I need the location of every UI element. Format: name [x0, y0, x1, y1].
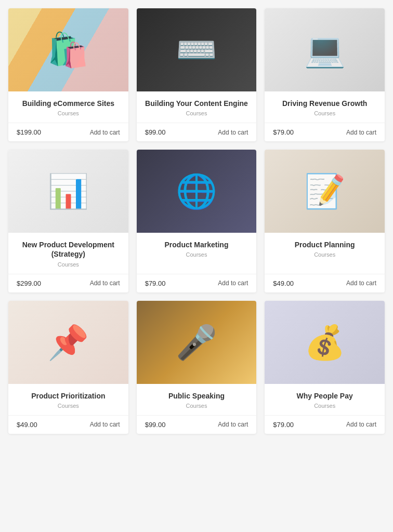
product-price-revenue-growth: $79.00 [273, 128, 294, 136]
product-card-product-planning: Product Planning Courses $49.00 Add to c… [265, 150, 385, 292]
product-title-product-prioritization: Product Prioritization [17, 391, 120, 401]
card-footer-public-speaking: $99.00 Add to cart [137, 415, 257, 434]
product-image-ecommerce-sites [8, 8, 128, 91]
product-card-ecommerce-sites: Building eCommerce Sites Courses $199.00… [8, 8, 128, 141]
card-body-ecommerce-sites: Building eCommerce Sites Courses [8, 91, 128, 123]
card-body-public-speaking: Public Speaking Courses [137, 384, 257, 415]
product-price-ecommerce-sites: $199.00 [17, 128, 41, 136]
product-card-product-marketing: Product Marketing Courses $79.00 Add to … [137, 150, 257, 292]
card-footer-content-engine: $99.00 Add to cart [137, 123, 257, 141]
card-footer-product-planning: $49.00 Add to cart [265, 274, 385, 292]
add-to-cart-button-revenue-growth[interactable]: Add to cart [346, 129, 376, 136]
product-category-public-speaking: Courses [145, 403, 248, 409]
product-image-public-speaking [137, 301, 257, 384]
product-image-why-people-pay [265, 301, 385, 384]
product-title-new-product-development: New Product Development (Strategy) [17, 240, 120, 259]
card-footer-product-marketing: $79.00 Add to cart [137, 274, 257, 292]
card-footer-ecommerce-sites: $199.00 Add to cart [8, 123, 128, 141]
product-price-product-prioritization: $49.00 [17, 421, 37, 429]
product-title-why-people-pay: Why People Pay [273, 391, 376, 401]
product-card-why-people-pay: Why People Pay Courses $79.00 Add to car… [265, 301, 385, 434]
product-category-product-prioritization: Courses [17, 403, 120, 409]
card-footer-why-people-pay: $79.00 Add to cart [265, 415, 385, 434]
product-title-product-marketing: Product Marketing [145, 240, 248, 249]
product-card-new-product-development: New Product Development (Strategy) Cours… [8, 150, 128, 292]
card-body-product-marketing: Product Marketing Courses [137, 233, 257, 273]
product-price-public-speaking: $99.00 [145, 421, 166, 429]
product-category-ecommerce-sites: Courses [17, 110, 120, 116]
product-price-content-engine: $99.00 [145, 128, 166, 136]
add-to-cart-button-product-prioritization[interactable]: Add to cart [90, 421, 120, 428]
product-image-product-marketing [137, 150, 257, 233]
product-grid: Building eCommerce Sites Courses $199.00… [0, 0, 393, 442]
card-footer-product-prioritization: $49.00 Add to cart [8, 415, 128, 434]
product-card-content-engine: Building Your Content Engine Courses $99… [137, 8, 257, 141]
product-image-revenue-growth [265, 8, 385, 91]
product-title-product-planning: Product Planning [273, 240, 376, 249]
card-body-product-prioritization: Product Prioritization Courses [8, 384, 128, 415]
product-category-revenue-growth: Courses [273, 110, 376, 116]
add-to-cart-button-product-marketing[interactable]: Add to cart [218, 280, 248, 287]
card-body-why-people-pay: Why People Pay Courses [265, 384, 385, 415]
product-price-product-planning: $49.00 [273, 280, 294, 287]
add-to-cart-button-public-speaking[interactable]: Add to cart [218, 421, 248, 428]
product-title-content-engine: Building Your Content Engine [145, 99, 248, 108]
add-to-cart-button-ecommerce-sites[interactable]: Add to cart [90, 129, 120, 136]
product-card-public-speaking: Public Speaking Courses $99.00 Add to ca… [137, 301, 257, 434]
product-title-ecommerce-sites: Building eCommerce Sites [17, 99, 120, 108]
card-footer-new-product-development: $299.00 Add to cart [8, 274, 128, 292]
product-title-revenue-growth: Driving Revenue Growth [273, 99, 376, 108]
product-price-why-people-pay: $79.00 [273, 421, 294, 429]
product-image-product-planning [265, 150, 385, 233]
product-title-public-speaking: Public Speaking [145, 391, 248, 401]
product-category-product-planning: Courses [273, 251, 376, 258]
card-body-new-product-development: New Product Development (Strategy) Cours… [8, 233, 128, 273]
add-to-cart-button-new-product-development[interactable]: Add to cart [90, 280, 120, 287]
add-to-cart-button-why-people-pay[interactable]: Add to cart [346, 421, 376, 428]
product-image-content-engine [137, 8, 257, 91]
product-category-content-engine: Courses [145, 110, 248, 116]
product-category-product-marketing: Courses [145, 251, 248, 258]
card-body-revenue-growth: Driving Revenue Growth Courses [265, 91, 385, 123]
card-body-product-planning: Product Planning Courses [265, 233, 385, 273]
add-to-cart-button-content-engine[interactable]: Add to cart [218, 129, 248, 136]
product-price-new-product-development: $299.00 [17, 280, 41, 287]
product-image-new-product-development [8, 150, 128, 233]
product-category-why-people-pay: Courses [273, 403, 376, 409]
product-image-product-prioritization [8, 301, 128, 384]
add-to-cart-button-product-planning[interactable]: Add to cart [346, 280, 376, 287]
product-category-new-product-development: Courses [17, 261, 120, 268]
card-footer-revenue-growth: $79.00 Add to cart [265, 123, 385, 141]
product-card-revenue-growth: Driving Revenue Growth Courses $79.00 Ad… [265, 8, 385, 141]
product-card-product-prioritization: Product Prioritization Courses $49.00 Ad… [8, 301, 128, 434]
card-body-content-engine: Building Your Content Engine Courses [137, 91, 257, 123]
product-price-product-marketing: $79.00 [145, 280, 166, 287]
